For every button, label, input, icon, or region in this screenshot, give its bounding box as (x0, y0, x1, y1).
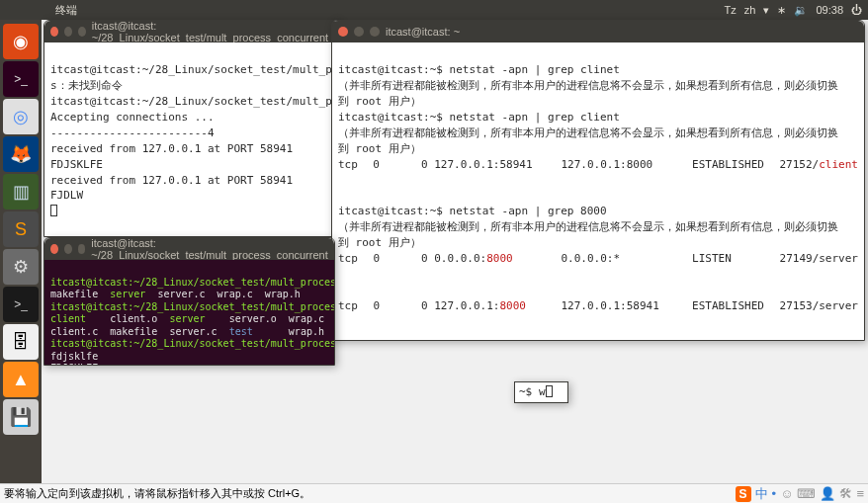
term-line: （并非所有进程都能被检测到，所有非本用户的进程信息将不会显示，如果想看到所有信息… (338, 79, 838, 92)
maximize-icon[interactable] (78, 27, 86, 37)
term-line: 到 root 用户） (338, 95, 421, 108)
chromium-icon[interactable]: ◎ (3, 99, 39, 134)
cursor-icon (546, 385, 553, 397)
close-icon[interactable] (50, 27, 58, 37)
table-row: tcp00 127.0.0.1:8000127.0.0.1:58941ESTAB… (338, 298, 858, 314)
close-icon[interactable] (50, 244, 58, 254)
active-app-title: 终端 (55, 3, 77, 18)
tray-bluetooth-icon[interactable]: ∗ (777, 4, 786, 17)
files-icon[interactable]: 🗄 (3, 324, 39, 360)
close-icon[interactable] (338, 27, 348, 37)
sogou-icon[interactable]: S (736, 486, 751, 502)
term-line: received from 127.0.0.1 at PORT 58941 (50, 174, 293, 187)
minimize-icon[interactable] (64, 27, 72, 37)
term-line: 到 root 用户） (338, 236, 421, 249)
ime-punct-icon[interactable]: • (772, 486, 777, 501)
ime-toolbox-icon[interactable]: 🛠 (839, 486, 852, 501)
books-icon[interactable]: ▥ (3, 174, 39, 210)
prompt: itcast@itcast:~/28_Linux/socket_test/mul… (50, 338, 334, 349)
ime-settings-icon[interactable]: ≡ (856, 486, 864, 501)
term-line: client.c makefile server.c test wrap.h (50, 326, 324, 337)
term-line: fdjsklfe (50, 351, 98, 362)
prompt: itcast@itcast:~$ (338, 205, 443, 217)
term-line: Accepting connections ... (50, 111, 215, 124)
prompt: itcast@itcast:~$ (338, 63, 443, 76)
term-line: FJDLW (50, 189, 83, 202)
window-titlebar[interactable]: itcast@itcast: ~ (332, 21, 864, 42)
terminal-icon[interactable]: >_ (3, 287, 39, 322)
term-line: ------------------------4 (50, 126, 215, 139)
ime-emoji-icon[interactable]: ☺ (780, 486, 793, 501)
tray-power-icon[interactable]: ⏻ (851, 4, 862, 16)
ime-tray: S 中 • ☺ ⌨ 👤 🛠 ≡ (736, 485, 864, 503)
terminal-ls[interactable]: itcast@itcast: ~/28_Linux/socket_test/mu… (43, 237, 335, 366)
minimize-icon[interactable] (64, 244, 72, 254)
cursor-icon (50, 205, 57, 216)
terminal-body[interactable]: itcast@itcast:~/28_Linux/socket_test/mul… (44, 260, 334, 365)
terminal-fragment[interactable]: ~$ w (514, 381, 568, 403)
firefox-icon[interactable]: 🦊 (3, 136, 39, 172)
window-title: itcast@itcast: ~/28_Linux/socket_test/mu… (92, 20, 333, 43)
tray-network-icon[interactable]: ▾ (763, 4, 769, 17)
terminal-body[interactable]: itcast@itcast:~/28_Linux/socket_test/mul… (44, 42, 339, 236)
term-line: （并非所有进程都能被检测到，所有非本用户的进程信息将不会显示，如果想看到所有信息… (338, 126, 838, 139)
disk-icon[interactable]: 💾 (3, 399, 39, 435)
settings-icon[interactable]: ⚙ (3, 249, 39, 285)
system-tray: Tz zh ▾ ∗ 🔉 09:38 ⏻ (725, 4, 862, 17)
prompt: itcast@itcast:~/28_Linux/socket_test/mul… (50, 277, 334, 288)
prompt: itcast@itcast:~$ (338, 111, 443, 124)
term-line: client client.o server server.o wrap.c w… (50, 313, 334, 324)
ubuntu-icon[interactable]: ◉ (3, 24, 39, 59)
command: w (539, 385, 546, 398)
sublime-icon[interactable]: S (3, 211, 39, 247)
window-title: itcast@itcast: ~ (386, 26, 460, 38)
term-line: itcast@itcast:~/28_Linux/socket_test/mul… (50, 63, 339, 76)
window-title: itcast@itcast: ~/28_Linux/socket_test/mu… (91, 237, 328, 261)
command: netstat -apn | grep client (450, 111, 620, 124)
table-row: tcp00 0.0.0.0:80000.0.0.0:*LISTEN27149/s… (338, 251, 858, 267)
minimize-icon[interactable] (354, 27, 364, 37)
unity-launcher: ◉ >_ ◎ 🦊 ▥ S ⚙ >_ 🗄 ▲ 💾 (0, 20, 42, 483)
terminal-body[interactable]: itcast@itcast:~$ netstat -apn | grep cli… (332, 42, 864, 340)
ime-user-icon[interactable]: 👤 (820, 486, 835, 501)
term-line: FDJSKLFE (50, 363, 98, 365)
vm-status-bar: 要将输入定向到该虚拟机，请将鼠标指针移入其中或按 Ctrl+G。 S 中 • ☺… (0, 483, 868, 503)
ime-keyboard-icon[interactable]: ⌨ (797, 486, 816, 501)
vm-hint: 要将输入定向到该虚拟机，请将鼠标指针移入其中或按 Ctrl+G。 (4, 486, 310, 501)
prompt: itcast@itcast:~/28_Linux/socket_test/mul… (50, 301, 334, 312)
terminal-body[interactable]: ~$ w (515, 382, 567, 402)
maximize-icon[interactable] (78, 244, 86, 254)
terminal-server[interactable]: itcast@itcast: ~/28_Linux/socket_test/mu… (43, 20, 340, 237)
command: netstat -apn | grep clinet (450, 63, 620, 76)
tray-ime-icon[interactable]: zh (744, 4, 756, 16)
term-line: received from 127.0.0.1 at PORT 58941 (50, 142, 293, 155)
tray-sound-icon[interactable]: 🔉 (794, 4, 808, 17)
top-panel: 终端 Tz zh ▾ ∗ 🔉 09:38 ⏻ (0, 0, 868, 20)
prompt: ~$ (519, 385, 532, 398)
table-row: tcp00 127.0.0.1:58941127.0.0.1:8000ESTAB… (338, 157, 858, 173)
ime-lang-icon[interactable]: 中 (755, 485, 768, 503)
term-line: FDJSKLFE (50, 158, 103, 171)
maximize-icon[interactable] (370, 27, 380, 37)
command: netstat -apn | grep 8000 (450, 205, 607, 217)
term-line: itcast@itcast:~/28_Linux/socket_test/mul… (50, 95, 339, 108)
tray-text-icon[interactable]: Tz (725, 4, 737, 16)
window-titlebar[interactable]: itcast@itcast: ~/28_Linux/socket_test/mu… (44, 21, 339, 42)
gnome-terminal-icon[interactable]: >_ (3, 61, 39, 97)
window-titlebar[interactable]: itcast@itcast: ~/28_Linux/socket_test/mu… (44, 238, 334, 260)
vlc-icon[interactable]: ▲ (3, 362, 39, 397)
terminal-netstat[interactable]: itcast@itcast: ~ itcast@itcast:~$ netsta… (331, 20, 865, 341)
clock[interactable]: 09:38 (816, 4, 843, 16)
term-line: s：未找到命令 (50, 79, 123, 92)
term-line: （并非所有进程都能被检测到，所有非本用户的进程信息将不会显示，如果想看到所有信息… (338, 220, 838, 233)
term-line: 到 root 用户） (338, 142, 421, 155)
term-line: makefile server server.c wrap.c wrap.h (50, 289, 301, 299)
